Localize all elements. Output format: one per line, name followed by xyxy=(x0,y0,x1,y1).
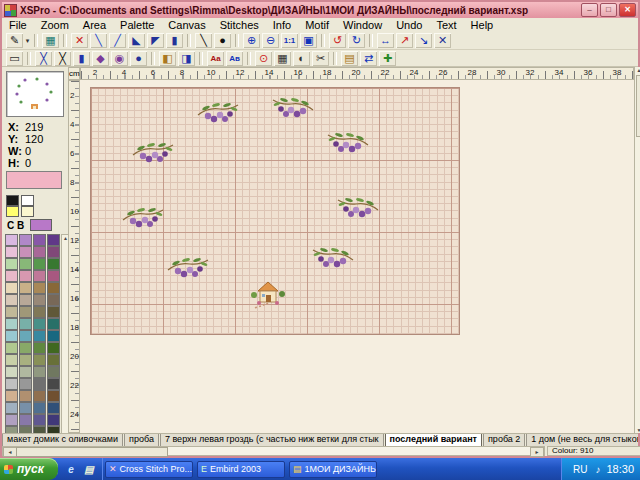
half-stitch-left-icon[interactable]: ╲ xyxy=(90,33,107,48)
palette-swatch[interactable] xyxy=(47,342,60,354)
palette-swatch[interactable] xyxy=(33,390,46,402)
palette-swatch[interactable] xyxy=(33,234,46,246)
palette-swatch[interactable] xyxy=(5,234,18,246)
palette-swatch[interactable] xyxy=(33,354,46,366)
palette-swatch[interactable] xyxy=(33,258,46,270)
volume-icon[interactable]: ♪ xyxy=(595,464,600,475)
bead-icon[interactable]: ◉ xyxy=(111,51,128,66)
menu-item-undo[interactable]: Undo xyxy=(389,19,429,32)
taskbar-task-button[interactable]: ✕Cross Stitch Pro... xyxy=(105,461,193,478)
palette-swatch[interactable] xyxy=(5,258,18,270)
delete-cross-icon[interactable]: ✕ xyxy=(434,33,451,48)
zoom-fit-icon[interactable]: ▣ xyxy=(300,33,317,48)
scroll-right-icon[interactable]: ► xyxy=(530,447,544,457)
diag-arrow-up-icon[interactable]: ↗ xyxy=(396,33,413,48)
taskbar-task-button[interactable]: ▤1МОИ ДИЗАЙНЫ xyxy=(289,461,377,478)
palette-swatch[interactable] xyxy=(47,306,60,318)
half-stitch-right-icon[interactable]: ╱ xyxy=(109,33,126,48)
palette-swatch[interactable] xyxy=(33,246,46,258)
palette-swatch[interactable] xyxy=(19,246,32,258)
palette-swatch[interactable] xyxy=(19,294,32,306)
palette-swatch[interactable] xyxy=(33,402,46,414)
palette-swatch[interactable] xyxy=(47,390,60,402)
menu-item-motif[interactable]: Motif xyxy=(298,19,336,32)
select-rect-icon[interactable]: ▭ xyxy=(6,51,23,66)
palette-swatch[interactable] xyxy=(19,306,32,318)
title-bar[interactable]: XSPro - C:\Documents and Settings\Rimma\… xyxy=(2,2,638,18)
palette-swatch[interactable] xyxy=(33,306,46,318)
menu-item-text[interactable]: Text xyxy=(429,19,463,32)
palette-swatch[interactable] xyxy=(33,282,46,294)
palette-swatch[interactable] xyxy=(19,282,32,294)
start-button[interactable]: пуск xyxy=(0,458,58,480)
palette-swatch[interactable] xyxy=(33,318,46,330)
palette-swatch[interactable] xyxy=(5,306,18,318)
menu-item-help[interactable]: Help xyxy=(464,19,501,32)
palette-icon[interactable]: ▤ xyxy=(341,51,358,66)
palette-swatch[interactable] xyxy=(33,366,46,378)
palette-swatch[interactable] xyxy=(33,342,46,354)
palette-swatch[interactable] xyxy=(47,270,60,282)
palette-swatch[interactable] xyxy=(19,234,32,246)
horizontal-scroll-thumb[interactable] xyxy=(16,447,168,457)
palette-swatch[interactable] xyxy=(19,366,32,378)
palette-swatch[interactable] xyxy=(5,294,18,306)
palette-swatch[interactable] xyxy=(19,342,32,354)
menu-item-info[interactable]: Info xyxy=(266,19,298,32)
fill-icon[interactable]: ◧ xyxy=(159,51,176,66)
internet-explorer-icon[interactable]: e xyxy=(64,462,78,476)
palette-swatch[interactable] xyxy=(19,402,32,414)
three-quarter-stitch-icon[interactable]: ◣ xyxy=(128,33,145,48)
palette-swatch[interactable] xyxy=(47,246,60,258)
palette-swatch[interactable] xyxy=(5,318,18,330)
palette-swatch[interactable] xyxy=(5,330,18,342)
palette-swatch[interactable] xyxy=(19,414,32,426)
palette-swatch[interactable] xyxy=(19,378,32,390)
taskbar-task-button[interactable]: EEmbird 2003 xyxy=(197,461,285,478)
palette-swatch[interactable] xyxy=(5,378,18,390)
palette-swatch[interactable] xyxy=(47,294,60,306)
show-desktop-icon[interactable]: ▤ xyxy=(82,462,96,476)
flower-icon[interactable]: ✚ xyxy=(379,51,396,66)
maximize-button[interactable]: □ xyxy=(600,3,617,17)
redo-arrow-icon[interactable]: ↻ xyxy=(348,33,365,48)
palette-swatch[interactable] xyxy=(47,330,60,342)
palette-swatch[interactable] xyxy=(19,390,32,402)
palette-swatch[interactable] xyxy=(5,390,18,402)
dot-stitch-icon[interactable]: ● xyxy=(130,51,147,66)
palette-swatch[interactable] xyxy=(5,366,18,378)
stitch-grid-canvas[interactable] xyxy=(90,87,460,335)
palette-swatch[interactable] xyxy=(47,258,60,270)
palette-swatch[interactable] xyxy=(47,282,60,294)
text-ab-icon[interactable]: Aв xyxy=(226,51,243,66)
palette-swatch[interactable] xyxy=(33,294,46,306)
motif-stamp-icon[interactable]: ▦ xyxy=(42,33,59,48)
contrast-icon[interactable]: ◐ xyxy=(293,51,310,66)
palette-swatch[interactable] xyxy=(21,195,34,206)
palette-swatch[interactable] xyxy=(19,330,32,342)
palette-swatch[interactable] xyxy=(47,402,60,414)
clock[interactable]: 18:30 xyxy=(606,463,634,475)
half-shade-icon[interactable]: ◨ xyxy=(178,51,195,66)
scroll-left-icon[interactable]: ◄ xyxy=(3,447,17,457)
palette-swatch[interactable] xyxy=(19,354,32,366)
move-icon[interactable]: ↔ xyxy=(377,33,394,48)
tool-dropdown-icon[interactable]: ▾ xyxy=(24,33,31,48)
palette-swatch[interactable] xyxy=(21,206,34,217)
keyboard-layout-indicator[interactable]: RU xyxy=(573,464,587,475)
palette-swatch[interactable] xyxy=(5,402,18,414)
menu-item-canvas[interactable]: Canvas xyxy=(161,19,212,32)
palette-swatch[interactable] xyxy=(6,206,19,217)
zoom-actual-icon[interactable]: 1:1 xyxy=(281,33,298,48)
quarter-stitch-icon[interactable]: ◤ xyxy=(147,33,164,48)
menu-item-area[interactable]: Area xyxy=(76,19,113,32)
horizontal-scrollbar[interactable]: ◄ ► xyxy=(2,446,545,456)
palette-swatch[interactable] xyxy=(19,318,32,330)
zoom-out-icon[interactable]: ⊖ xyxy=(262,33,279,48)
palette-swatch[interactable] xyxy=(5,246,18,258)
minimize-button[interactable]: – xyxy=(581,3,598,17)
palette-swatch[interactable] xyxy=(5,270,18,282)
palette-swatch[interactable] xyxy=(33,270,46,282)
palette-swatch[interactable] xyxy=(47,234,60,246)
zoom-in-icon[interactable]: ⊕ xyxy=(243,33,260,48)
